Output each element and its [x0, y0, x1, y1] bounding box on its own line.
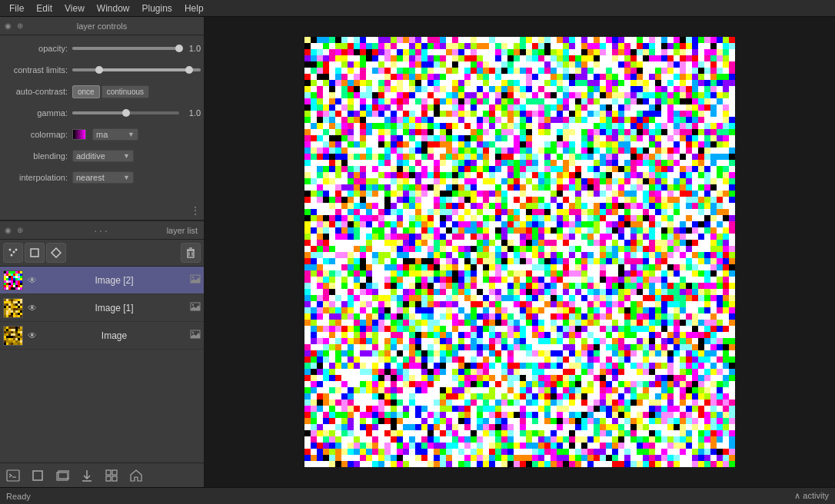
points-tool-button[interactable]	[3, 243, 23, 263]
layer-thumbnail	[3, 270, 23, 290]
blending-arrow-icon: ▼	[123, 152, 130, 160]
layers3d-button[interactable]	[52, 466, 72, 485]
activity-button[interactable]: ∧ activity	[794, 491, 829, 501]
gamma-row: gamma: 1.0	[3, 104, 201, 121]
bottom-toolbar	[0, 463, 204, 487]
dots-menu-icon[interactable]: ⋮	[190, 204, 201, 217]
auto-contrast-once-button[interactable]: once	[72, 85, 100, 98]
svg-rect-18	[33, 471, 42, 480]
layer-visibility-icon[interactable]: 👁	[26, 303, 38, 313]
console-button[interactable]	[3, 466, 23, 485]
auto-contrast-buttons: once continuous	[72, 85, 149, 98]
opacity-label: opacity:	[3, 44, 72, 53]
svg-rect-23	[106, 470, 111, 475]
layer-thumbnail	[3, 326, 23, 346]
panel-search-icon[interactable]: ⊕	[15, 22, 25, 31]
layer-name: Image [1]	[42, 303, 187, 313]
layer-list-search-icon[interactable]: ⊕	[15, 226, 25, 235]
gamma-label: gamma:	[3, 108, 72, 118]
layer-type-icon	[190, 329, 201, 342]
colormap-row: colormap: ma ▼	[3, 126, 201, 143]
layer-list-pin-icon[interactable]: ◉	[3, 226, 12, 235]
opacity-slider[interactable]	[72, 47, 179, 50]
layer-controls-title: layer controls	[77, 22, 127, 31]
layer-item[interactable]: 👁 Image [1]	[0, 294, 204, 322]
square-button[interactable]	[28, 466, 48, 485]
canvas-area	[204, 17, 835, 487]
controls-body: opacity: 1.0 contrast limits:	[0, 35, 204, 195]
labels-tool-button[interactable]	[46, 243, 66, 263]
import-button[interactable]	[77, 466, 97, 485]
blending-select[interactable]: additive ▼	[72, 150, 134, 162]
ready-status: Ready	[6, 492, 31, 501]
contrast-label: contrast limits:	[3, 65, 72, 75]
image-icon	[190, 329, 201, 340]
left-panel: ◉ ⊕ layer controls opacity:	[0, 17, 204, 487]
delete-layer-button[interactable]	[181, 243, 201, 263]
gamma-value: 1.0	[182, 108, 201, 118]
svg-rect-24	[112, 470, 117, 475]
menu-help[interactable]: Help	[178, 2, 210, 15]
svg-point-3	[15, 249, 18, 251]
layer-name: Image [2]	[42, 275, 187, 286]
svg-point-0	[9, 249, 12, 251]
opacity-row: opacity: 1.0	[3, 40, 201, 57]
image-icon	[190, 301, 201, 312]
menubar: File Edit View Window Plugins Help	[0, 0, 835, 17]
layer-item[interactable]: 👁 Image [2]	[0, 267, 204, 294]
thumbnail-canvas	[4, 327, 23, 346]
home-button[interactable]	[126, 466, 146, 485]
header-icons: ◉ ⊕	[3, 22, 25, 31]
layer-visibility-icon[interactable]: 👁	[26, 330, 38, 341]
grid-icon	[105, 469, 118, 482]
svg-point-11	[192, 277, 194, 278]
svg-rect-5	[188, 250, 194, 257]
layer-list-dots: ···	[94, 224, 110, 237]
shapes-tool-button[interactable]	[25, 243, 45, 263]
labels-icon	[51, 247, 62, 258]
blending-value: additive	[76, 151, 123, 161]
main-canvas[interactable]	[304, 37, 735, 467]
dots-icon: ···	[94, 224, 110, 237]
gamma-slider[interactable]	[72, 111, 179, 114]
square-icon	[31, 469, 45, 482]
colormap-value: ma	[96, 130, 128, 139]
layer-controls-panel: ◉ ⊕ layer controls opacity:	[0, 17, 204, 221]
menu-edit[interactable]: Edit	[30, 2, 58, 15]
layer-list-title: layer list	[167, 226, 198, 235]
layers3d-icon	[55, 469, 69, 482]
delete-icon	[185, 247, 196, 258]
colormap-controls: ma ▼	[72, 128, 138, 141]
svg-point-2	[11, 254, 13, 257]
layer-type-icon	[190, 274, 201, 287]
menu-plugins[interactable]: Plugins	[136, 2, 178, 15]
main-layout: ◉ ⊕ layer controls opacity:	[0, 17, 835, 487]
interpolation-value: nearest	[76, 173, 123, 182]
layer-list-panel: ◉ ⊕ ··· layer list	[0, 221, 204, 463]
thumbnail-canvas	[4, 271, 23, 290]
layer-list-header: ◉ ⊕ ··· layer list	[0, 221, 204, 240]
svg-rect-16	[7, 470, 19, 481]
contrast-slider[interactable]	[72, 68, 201, 71]
colormap-select[interactable]: ma ▼	[92, 128, 138, 141]
colormap-preview	[72, 129, 86, 140]
interpolation-select[interactable]: nearest ▼	[72, 171, 134, 184]
layer-visibility-icon[interactable]: 👁	[26, 275, 38, 286]
grid-button[interactable]	[101, 466, 121, 485]
layer-name: Image	[42, 330, 187, 341]
auto-contrast-row: auto-contrast: once continuous	[3, 83, 201, 100]
layer-item[interactable]: 👁 Image	[0, 322, 204, 350]
interpolation-arrow-icon: ▼	[123, 174, 130, 181]
auto-contrast-continuous-button[interactable]: continuous	[101, 85, 149, 98]
svg-point-1	[13, 251, 15, 254]
menu-file[interactable]: File	[3, 2, 30, 15]
interpolation-row: interpolation: nearest ▼	[3, 169, 201, 186]
menu-view[interactable]: View	[58, 2, 91, 15]
auto-contrast-label: auto-contrast:	[3, 87, 72, 96]
layer-list-toolbar	[0, 240, 204, 267]
opacity-value: 1.0	[182, 44, 201, 53]
svg-rect-25	[106, 476, 111, 481]
menu-window[interactable]: Window	[91, 2, 136, 15]
panel-pin-icon[interactable]: ◉	[3, 22, 12, 31]
opacity-slider-container: 1.0	[72, 44, 201, 53]
